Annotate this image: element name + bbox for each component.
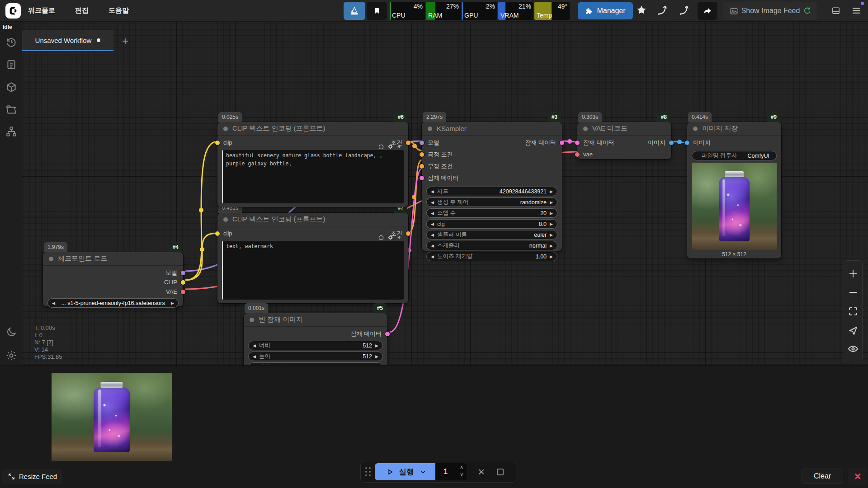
generated-image-preview[interactable] (692, 163, 777, 250)
show-image-feed-button[interactable]: Show Image Feed (723, 2, 817, 20)
node-map-icon[interactable] (5, 126, 17, 137)
input-port-negative[interactable] (420, 164, 424, 169)
output-port-conditioning[interactable] (406, 231, 410, 236)
drag-handle[interactable] (365, 467, 371, 476)
node-header[interactable]: 체크포인트 로드 (43, 252, 183, 266)
share-button[interactable] (698, 2, 717, 20)
menu-edit[interactable]: 편집 (71, 4, 93, 18)
circle-icon[interactable] (378, 144, 384, 150)
bottom-panel-icon[interactable] (831, 6, 841, 17)
output-port-vae[interactable] (181, 290, 185, 294)
queue-history-icon[interactable] (5, 36, 17, 48)
workflows-folder-icon[interactable] (5, 104, 17, 116)
output-port-latent[interactable] (385, 332, 390, 336)
count-steppers[interactable]: ∧∨ (460, 464, 463, 478)
gear-icon[interactable] (387, 144, 393, 150)
input-port-latent[interactable] (575, 141, 580, 145)
widget-seed[interactable]: ◀시드420928446433921▶ (426, 187, 557, 196)
chevron-down-icon[interactable] (420, 469, 426, 475)
node-library-icon[interactable] (5, 59, 17, 70)
widget-control-after-generate[interactable]: ◀생성 후 제어randomize▶ (426, 197, 557, 207)
input-port-latent-image[interactable] (420, 176, 424, 180)
stop-icon[interactable] (497, 469, 504, 475)
input-port-clip[interactable] (215, 141, 220, 145)
run-button[interactable]: 실행 (375, 463, 438, 480)
collapse-dot[interactable] (250, 318, 254, 322)
gear-icon[interactable] (387, 235, 393, 240)
workflow-tab[interactable]: Unsaved Workflow (22, 30, 113, 51)
collapse-dot[interactable] (428, 127, 432, 131)
input-port-clip[interactable] (215, 231, 220, 236)
collapse-dot[interactable] (223, 217, 228, 222)
select-mode-button[interactable] (848, 325, 859, 336)
menu-help[interactable]: 도움말 (104, 4, 133, 18)
output-port-conditioning[interactable] (406, 141, 410, 145)
speaker-icon[interactable] (397, 235, 403, 240)
node-header[interactable]: VAE 디코드 (577, 122, 671, 136)
fit-view-button[interactable] (848, 306, 859, 317)
theme-toggle-moon-icon[interactable] (5, 326, 17, 338)
node-header[interactable]: CLIP 텍스트 인코딩 (프롬프트) (217, 213, 408, 226)
new-workflow-button[interactable]: + (119, 35, 131, 47)
output-port-image[interactable] (669, 141, 674, 145)
restart-swoosh-icon-2[interactable] (678, 5, 690, 18)
toggle-link-visibility-button[interactable] (848, 343, 859, 354)
widget-batch-size[interactable]: ◀배치 크기1▶ (248, 362, 383, 365)
logo-mountain-button[interactable] (344, 2, 365, 20)
input-port-positive[interactable] (420, 152, 424, 157)
collapse-dot[interactable] (583, 127, 588, 131)
output-port-model[interactable] (181, 271, 185, 275)
star-icon[interactable] (636, 5, 647, 17)
prompt-textarea[interactable]: beautiful scenery nature glass bottle la… (222, 150, 404, 203)
feed-image-thumbnail[interactable] (52, 373, 172, 461)
widget-filename-prefix[interactable]: 파일명 접두사 ComfyUI (692, 151, 777, 160)
widget-sampler-name[interactable]: ◀샘플러 이름euler▶ (426, 230, 557, 239)
node-load-checkpoint[interactable]: 1.979s #4 체크포인트 로드 모델 CLIP VAE ◀... v1-5… (43, 252, 183, 306)
collapse-dot[interactable] (49, 257, 53, 261)
bookmark-button[interactable] (367, 2, 387, 20)
model-library-icon[interactable] (5, 81, 17, 93)
input-port-vae[interactable] (575, 152, 580, 157)
graph-canvas[interactable]: T: 0.00s I: 0 N: 7 [7] V: 14 FPS:31.85 0… (0, 0, 868, 365)
node-clip-text-encode-negative[interactable]: 0.451s #7 CLIP 텍스트 인코딩 (프롬프트) clip 조건 te… (217, 213, 408, 303)
node-header[interactable]: 빈 잠재 이미지 (244, 313, 387, 327)
restart-swoosh-icon[interactable] (656, 5, 668, 18)
cancel-run-icon[interactable]: × (478, 465, 485, 479)
output-port-latent[interactable] (560, 141, 564, 145)
settings-gear-icon[interactable] (5, 350, 17, 361)
menu-workflow[interactable]: 워크플로 (24, 4, 60, 18)
clear-feed-button[interactable]: Clear (802, 469, 843, 484)
circle-icon[interactable] (378, 235, 384, 240)
comfyui-logo[interactable] (5, 3, 21, 19)
input-port-model[interactable] (420, 141, 424, 145)
node-header[interactable]: KSampler (422, 122, 562, 136)
speaker-icon[interactable] (397, 144, 403, 150)
resize-feed-button[interactable]: Resize Feed (2, 469, 62, 484)
node-ksampler[interactable]: 2.297s #3 KSampler 모델 잠재 데이터 긍정 조건 부정 조건… (422, 122, 562, 251)
prompt-textarea[interactable]: text, watermark (222, 241, 404, 300)
collapse-dot[interactable] (693, 127, 698, 131)
hamburger-menu-icon[interactable] (851, 6, 862, 17)
node-save-image[interactable]: 0.414s #9 이미지 저장 이미지 파일명 접두사 ComfyUI 512… (687, 122, 781, 258)
manager-button[interactable]: Manager (578, 2, 633, 19)
node-header[interactable]: CLIP 텍스트 인코딩 (프롬프트) (217, 122, 408, 136)
batch-count-input[interactable]: 1 ∧∨ (435, 463, 467, 480)
widget-scheduler[interactable]: ◀스케줄러normal▶ (426, 241, 557, 250)
widget-height[interactable]: ◀높이512▶ (248, 352, 383, 361)
widget-steps[interactable]: ◀스텝 수20▶ (426, 208, 557, 218)
node-empty-latent-image[interactable]: 0.001s #5 빈 잠재 이미지 잠재 데이터 ◀너비512▶ ◀높이512… (244, 313, 387, 365)
node-widget-icons (378, 235, 403, 240)
zoom-in-button[interactable] (848, 268, 859, 279)
zoom-out-button[interactable] (848, 287, 859, 298)
widget-ckpt-name[interactable]: ◀... v1-5-pruned-emaonly-fp16.safetensor… (47, 298, 179, 308)
node-clip-text-encode-positive[interactable]: 0.025s #6 CLIP 텍스트 인코딩 (프롬프트) clip 조건 be… (217, 122, 408, 207)
output-port-clip[interactable] (181, 280, 185, 285)
collapse-dot[interactable] (223, 127, 228, 131)
node-vae-decode[interactable]: 0.303s #8 VAE 디코드 잠재 데이터 이미지 vae (577, 122, 671, 159)
widget-width[interactable]: ◀너비512▶ (248, 341, 383, 350)
widget-denoise[interactable]: ◀노이즈 제거양1.00▶ (426, 252, 557, 261)
input-port-image[interactable] (685, 141, 689, 145)
widget-cfg[interactable]: ◀cfg8.0▶ (426, 219, 557, 229)
node-header[interactable]: 이미지 저장 (687, 122, 781, 136)
close-feed-button[interactable]: × (848, 468, 867, 485)
